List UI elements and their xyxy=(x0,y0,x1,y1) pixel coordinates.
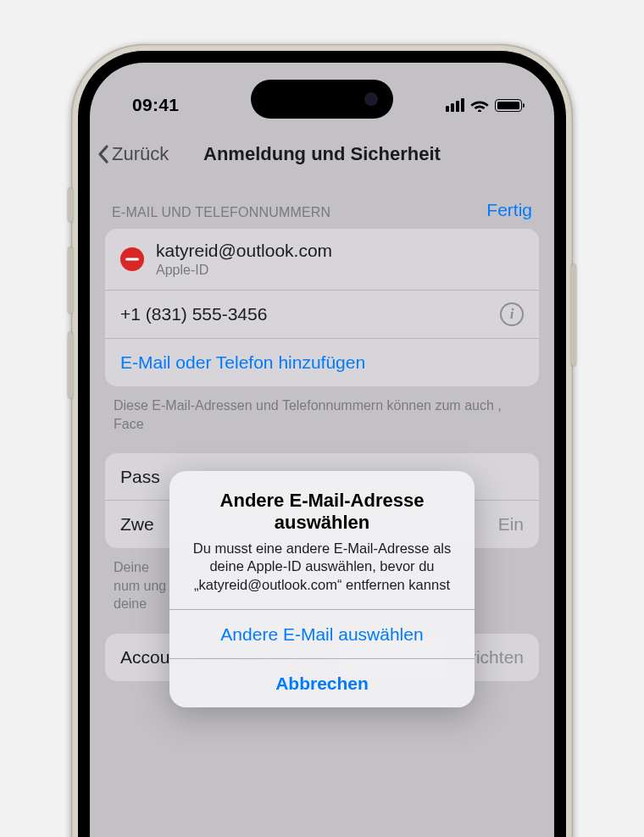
phone-frame: 09:41 Zurü xyxy=(71,44,573,837)
battery-icon xyxy=(495,99,522,112)
power-button xyxy=(571,264,576,366)
volume-down-button xyxy=(68,332,73,398)
alert-choose-button[interactable]: Andere E-Mail auswählen xyxy=(169,609,475,658)
wifi-icon xyxy=(470,98,489,112)
alert-message: Du musst eine andere E-Mail-Adresse als … xyxy=(188,540,456,594)
volume-up-button xyxy=(68,247,73,313)
alert-cancel-button[interactable]: Abbrechen xyxy=(169,658,475,707)
side-button xyxy=(68,188,73,222)
alert-title: Andere E-Mail-Adresse auswählen xyxy=(188,490,456,535)
modal-backdrop[interactable] xyxy=(90,63,554,837)
status-time: 09:41 xyxy=(132,95,179,115)
dynamic-island xyxy=(251,80,393,119)
cellular-icon xyxy=(446,98,464,112)
alert-dialog: Andere E-Mail-Adresse auswählen Du musst… xyxy=(169,471,475,707)
